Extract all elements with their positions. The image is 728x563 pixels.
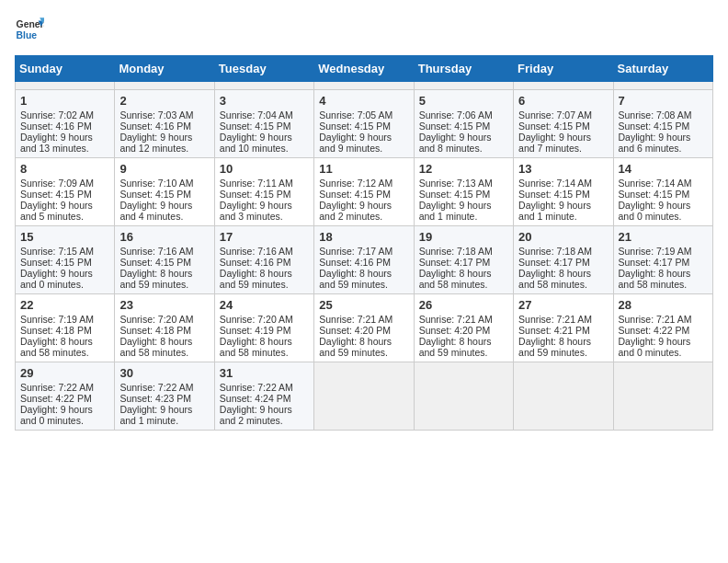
daylight-label: Daylight: 8 hours and 59 minutes.	[319, 336, 392, 358]
sunrise-label: Sunrise: 7:03 AM	[119, 109, 193, 121]
sunrise-label: Sunrise: 7:18 AM	[518, 246, 592, 257]
sunrise-label: Sunrise: 7:15 AM	[20, 246, 94, 257]
calendar-cell: 9 Sunrise: 7:10 AM Sunset: 4:15 PM Dayli…	[115, 158, 214, 226]
sunset-label: Sunset: 4:22 PM	[20, 393, 92, 404]
daylight-label: Daylight: 9 hours and 5 minutes.	[20, 200, 93, 222]
calendar-week-row: 29 Sunrise: 7:22 AM Sunset: 4:22 PM Dayl…	[16, 362, 713, 431]
day-number: 20	[518, 230, 608, 244]
sunrise-label: Sunrise: 7:21 AM	[419, 314, 493, 325]
day-number: 29	[20, 366, 109, 380]
day-of-week-header: Wednesday	[314, 56, 414, 82]
calendar-cell: 29 Sunrise: 7:22 AM Sunset: 4:22 PM Dayl…	[16, 362, 115, 431]
calendar-cell: 17 Sunrise: 7:16 AM Sunset: 4:16 PM Dayl…	[214, 226, 313, 294]
calendar-cell: 6 Sunrise: 7:07 AM Sunset: 4:15 PM Dayli…	[514, 90, 613, 158]
daylight-label: Daylight: 8 hours and 58 minutes.	[518, 268, 591, 290]
day-number: 4	[319, 94, 408, 108]
sunset-label: Sunset: 4:20 PM	[319, 325, 391, 336]
sunset-label: Sunset: 4:15 PM	[220, 189, 291, 200]
daylight-label: Daylight: 8 hours and 58 minutes.	[619, 268, 691, 290]
calendar-cell	[514, 362, 613, 431]
day-number: 24	[220, 298, 309, 312]
sunset-label: Sunset: 4:16 PM	[220, 257, 291, 268]
sunset-label: Sunset: 4:22 PM	[619, 325, 690, 336]
day-number: 23	[119, 298, 209, 312]
daylight-label: Daylight: 9 hours and 0 minutes.	[619, 200, 691, 222]
sunrise-label: Sunrise: 7:05 AM	[319, 109, 392, 121]
logo: General Blue	[15, 15, 44, 44]
sunrise-label: Sunrise: 7:14 AM	[518, 178, 592, 189]
daylight-label: Daylight: 8 hours and 58 minutes.	[220, 336, 292, 358]
calendar-cell	[414, 362, 513, 431]
calendar-cell	[613, 82, 712, 90]
calendar-cell: 28 Sunrise: 7:21 AM Sunset: 4:22 PM Dayl…	[613, 294, 712, 362]
calendar-cell: 25 Sunrise: 7:21 AM Sunset: 4:20 PM Dayl…	[314, 294, 414, 362]
day-number: 15	[20, 230, 109, 244]
calendar-cell	[214, 82, 313, 90]
calendar-week-row: 22 Sunrise: 7:19 AM Sunset: 4:18 PM Dayl…	[16, 294, 713, 362]
day-number: 10	[220, 162, 309, 176]
day-number: 9	[119, 162, 209, 176]
calendar-cell: 2 Sunrise: 7:03 AM Sunset: 4:16 PM Dayli…	[115, 90, 214, 158]
calendar-cell	[115, 82, 214, 90]
sunset-label: Sunset: 4:15 PM	[419, 189, 491, 200]
sunset-label: Sunset: 4:15 PM	[319, 189, 391, 200]
sunset-label: Sunset: 4:15 PM	[220, 121, 291, 132]
sunset-label: Sunset: 4:17 PM	[619, 257, 690, 268]
calendar-cell	[314, 362, 414, 431]
calendar-cell: 23 Sunrise: 7:20 AM Sunset: 4:18 PM Dayl…	[115, 294, 214, 362]
sunset-label: Sunset: 4:15 PM	[20, 189, 92, 200]
daylight-label: Daylight: 9 hours and 10 minutes.	[220, 132, 292, 154]
calendar-cell	[16, 82, 115, 90]
sunrise-label: Sunrise: 7:20 AM	[119, 314, 193, 325]
day-number: 3	[220, 94, 309, 108]
sunset-label: Sunset: 4:21 PM	[518, 325, 590, 336]
daylight-label: Daylight: 9 hours and 3 minutes.	[220, 200, 292, 222]
day-number: 14	[619, 162, 708, 176]
day-number: 19	[419, 230, 508, 244]
sunrise-label: Sunrise: 7:12 AM	[319, 178, 392, 189]
daylight-label: Daylight: 9 hours and 1 minute.	[518, 200, 591, 222]
sunrise-label: Sunrise: 7:22 AM	[119, 382, 193, 393]
day-number: 2	[119, 94, 209, 108]
calendar-cell: 16 Sunrise: 7:16 AM Sunset: 4:15 PM Dayl…	[115, 226, 214, 294]
sunrise-label: Sunrise: 7:11 AM	[220, 178, 293, 189]
day-number: 17	[220, 230, 309, 244]
calendar-cell: 21 Sunrise: 7:19 AM Sunset: 4:17 PM Dayl…	[613, 226, 712, 294]
day-number: 22	[20, 298, 109, 312]
calendar-cell: 22 Sunrise: 7:19 AM Sunset: 4:18 PM Dayl…	[16, 294, 115, 362]
sunset-label: Sunset: 4:15 PM	[119, 189, 191, 200]
day-number: 18	[319, 230, 408, 244]
sunset-label: Sunset: 4:23 PM	[119, 393, 191, 404]
sunrise-label: Sunrise: 7:19 AM	[20, 314, 94, 325]
daylight-label: Daylight: 9 hours and 8 minutes.	[419, 132, 492, 154]
calendar-cell: 18 Sunrise: 7:17 AM Sunset: 4:16 PM Dayl…	[314, 226, 414, 294]
calendar-cell: 13 Sunrise: 7:14 AM Sunset: 4:15 PM Dayl…	[514, 158, 613, 226]
daylight-label: Daylight: 9 hours and 2 minutes.	[220, 404, 292, 426]
sunrise-label: Sunrise: 7:07 AM	[518, 109, 592, 121]
daylight-label: Daylight: 8 hours and 59 minutes.	[419, 336, 492, 358]
sunset-label: Sunset: 4:17 PM	[518, 257, 590, 268]
calendar-cell	[514, 82, 613, 90]
calendar-week-row: 1 Sunrise: 7:02 AM Sunset: 4:16 PM Dayli…	[16, 90, 713, 158]
day-of-week-header: Tuesday	[214, 56, 313, 82]
sunset-label: Sunset: 4:15 PM	[119, 257, 191, 268]
sunset-label: Sunset: 4:15 PM	[518, 189, 590, 200]
daylight-label: Daylight: 9 hours and 0 minutes.	[20, 404, 93, 426]
daylight-label: Daylight: 8 hours and 59 minutes.	[220, 268, 292, 290]
calendar-week-row: 8 Sunrise: 7:09 AM Sunset: 4:15 PM Dayli…	[16, 158, 713, 226]
daylight-label: Daylight: 9 hours and 2 minutes.	[319, 200, 392, 222]
sunset-label: Sunset: 4:19 PM	[220, 325, 291, 336]
sunrise-label: Sunrise: 7:16 AM	[220, 246, 293, 257]
sunrise-label: Sunrise: 7:14 AM	[619, 178, 692, 189]
sunset-label: Sunset: 4:15 PM	[419, 121, 491, 132]
sunrise-label: Sunrise: 7:08 AM	[619, 109, 692, 121]
calendar-cell: 20 Sunrise: 7:18 AM Sunset: 4:17 PM Dayl…	[514, 226, 613, 294]
day-number: 7	[619, 94, 708, 108]
day-number: 25	[319, 298, 408, 312]
sunrise-label: Sunrise: 7:21 AM	[518, 314, 592, 325]
sunrise-label: Sunrise: 7:09 AM	[20, 178, 94, 189]
day-number: 12	[419, 162, 508, 176]
calendar-cell: 4 Sunrise: 7:05 AM Sunset: 4:15 PM Dayli…	[314, 90, 414, 158]
day-of-week-header: Thursday	[414, 56, 513, 82]
sunrise-label: Sunrise: 7:06 AM	[419, 109, 493, 121]
